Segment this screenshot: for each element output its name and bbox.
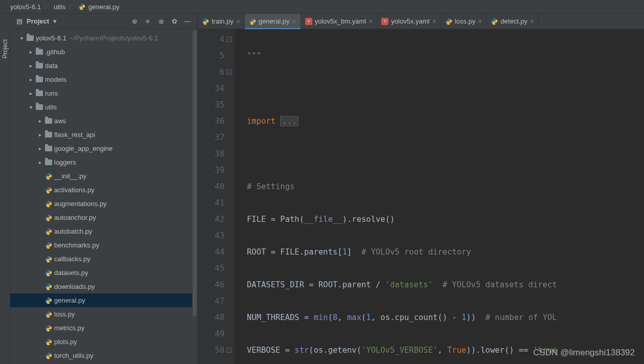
tree-label: torch_utils.py: [54, 352, 94, 359]
gutter-line[interactable]: 34: [198, 80, 224, 97]
tree-item-autobatch.py[interactable]: autobatch.py: [10, 224, 197, 238]
tree-label: models: [45, 76, 66, 83]
tree-item-data[interactable]: ▸ data: [10, 59, 197, 73]
gutter-line[interactable]: 5: [198, 48, 224, 64]
settings-icon[interactable]: ✿: [169, 16, 180, 27]
breadcrumb[interactable]: yolov5-6.1 〉 utils 〉 general.py: [0, 0, 644, 14]
close-icon[interactable]: ×: [432, 17, 436, 26]
tree-item-benchmarks.py[interactable]: benchmarks.py: [10, 238, 197, 252]
python-file-icon: [445, 18, 452, 25]
tree-item-yolov5-6.1[interactable]: ▾ yolov5-6.1~/PycharmProjects/yolov5-6.1: [10, 31, 197, 45]
gutter-line[interactable]: 49: [198, 326, 224, 342]
tree-icon: [44, 269, 53, 277]
gutter-line[interactable]: 45: [198, 260, 224, 277]
yaml-file-icon: Y: [305, 18, 312, 25]
code-content[interactable]: """ import ... # Settings FILE = Path(__…: [235, 29, 644, 364]
editor-tabs: train.py × general.py × Yyolov5x_bm.yaml…: [198, 14, 644, 29]
tree-scrollbar[interactable]: [192, 29, 197, 364]
breadcrumb-root[interactable]: yolov5-6.1: [10, 3, 41, 11]
tree-item-__init__.py[interactable]: __init__.py: [10, 169, 197, 183]
tree-item-activations.py[interactable]: activations.py: [10, 183, 197, 197]
tree-item-datasets.py[interactable]: datasets.py: [10, 266, 197, 280]
tree-arrow[interactable]: ▾: [27, 104, 35, 110]
breadcrumb-file[interactable]: general.py: [88, 3, 120, 11]
tree-item-runs[interactable]: ▸ runs: [10, 86, 197, 100]
tree-icon: [44, 325, 53, 332]
tree-label: general.py: [54, 297, 85, 304]
gutter-line[interactable]: 44: [198, 244, 224, 260]
select-opened-file-icon[interactable]: ⊕: [129, 16, 140, 27]
fold-icon[interactable]: −: [226, 37, 232, 42]
tree-item-utils[interactable]: ▾ utils: [10, 100, 197, 114]
tree-item-torch_utils.py[interactable]: torch_utils.py: [10, 349, 197, 362]
gutter-line[interactable]: 41: [198, 195, 224, 211]
tree-item-autoanchor.py[interactable]: autoanchor.py: [10, 211, 197, 224]
gutter-line[interactable]: 47: [198, 293, 224, 309]
tree-item-downloads.py[interactable]: downloads.py: [10, 280, 197, 293]
code-text: # YOLOv5 datasets direct: [443, 280, 557, 289]
tree-item-.github[interactable]: ▸ .github: [10, 45, 197, 59]
dropdown-icon[interactable]: ▾: [53, 17, 57, 25]
tree-item-aws[interactable]: ▸ aws: [10, 114, 197, 128]
gutter-line[interactable]: 40: [198, 178, 224, 195]
gutter-line[interactable]: 39: [198, 162, 224, 178]
gutter-line[interactable]: 48: [198, 309, 224, 326]
fold-icon[interactable]: +: [226, 70, 232, 75]
code-text: ,: [337, 313, 347, 322]
project-tool-button[interactable]: Project: [2, 39, 9, 58]
tree-scrollbar-thumb[interactable]: [193, 30, 197, 316]
gutter[interactable]: 4−56+3435363738394041424344454647484950−: [198, 29, 235, 364]
tab-yolov5x_bm.yaml[interactable]: Yyolov5x_bm.yaml ×: [301, 14, 378, 29]
tab-loss.py[interactable]: loss.py ×: [441, 14, 487, 29]
gutter-line[interactable]: 6+: [198, 64, 224, 80]
code-text: """: [247, 51, 261, 60]
tree-arrow[interactable]: ▸: [27, 49, 35, 55]
tree-item-augmentations.py[interactable]: augmentations.py: [10, 197, 197, 211]
code-editor[interactable]: 4−56+3435363738394041424344454647484950−…: [198, 29, 644, 364]
close-icon[interactable]: ×: [292, 17, 296, 26]
close-icon[interactable]: ×: [530, 17, 534, 26]
code-fold[interactable]: ...: [280, 116, 298, 126]
tree-arrow[interactable]: ▸: [27, 90, 35, 96]
tree-arrow[interactable]: ▸: [27, 63, 35, 69]
gutter-line[interactable]: 46: [198, 277, 224, 293]
gutter-line[interactable]: 36: [198, 113, 224, 129]
tree-arrow[interactable]: ▸: [27, 77, 35, 82]
close-icon[interactable]: ×: [478, 17, 482, 26]
gutter-line[interactable]: 38: [198, 146, 224, 162]
project-tree[interactable]: ▾ yolov5-6.1~/PycharmProjects/yolov5-6.1…: [10, 29, 197, 364]
tree-item-flask_rest_api[interactable]: ▸ flask_rest_api: [10, 128, 197, 142]
close-icon[interactable]: ×: [369, 17, 373, 26]
breadcrumb-dir[interactable]: utils: [54, 3, 65, 11]
tab-train.py[interactable]: train.py ×: [198, 14, 245, 29]
gutter-line[interactable]: 4−: [198, 31, 224, 48]
tree-arrow[interactable]: ▸: [36, 118, 44, 124]
tree-item-models[interactable]: ▸ models: [10, 73, 197, 86]
tree-arrow[interactable]: ▸: [36, 146, 44, 151]
gutter-line[interactable]: 35: [198, 97, 224, 113]
gutter-line[interactable]: 42: [198, 211, 224, 228]
fold-icon[interactable]: −: [226, 348, 232, 353]
tree-item-google_app_engine[interactable]: ▸ google_app_engine: [10, 142, 197, 155]
gutter-line[interactable]: 43: [198, 228, 224, 244]
expand-all-icon[interactable]: ≡: [142, 16, 153, 27]
tree-arrow[interactable]: ▾: [17, 35, 26, 41]
tree-arrow[interactable]: ▸: [36, 160, 44, 165]
gutter-line[interactable]: 50−: [198, 342, 224, 358]
tree-item-metrics.py[interactable]: metrics.py: [10, 321, 197, 335]
tab-general.py[interactable]: general.py ×: [245, 14, 301, 29]
collapse-all-icon[interactable]: ≣: [155, 16, 167, 27]
tree-item-loss.py[interactable]: loss.py: [10, 307, 197, 321]
gutter-line[interactable]: 37: [198, 129, 224, 146]
tree-item-callbacks.py[interactable]: callbacks.py: [10, 252, 197, 266]
tree-item-plots.py[interactable]: plots.py: [10, 335, 197, 349]
tree-arrow[interactable]: ▸: [36, 132, 44, 138]
tab-yolov5x.yaml[interactable]: Yyolov5x.yaml ×: [377, 14, 441, 29]
tree-item-loggers[interactable]: ▸ loggers: [10, 155, 197, 169]
hide-icon[interactable]: —: [182, 16, 193, 27]
close-icon[interactable]: ×: [236, 17, 240, 26]
tree-label: aws: [54, 117, 66, 125]
tab-detect.py[interactable]: detect.py ×: [487, 14, 539, 29]
code-text: )): [466, 313, 485, 322]
tree-item-general.py[interactable]: general.py: [10, 293, 197, 307]
